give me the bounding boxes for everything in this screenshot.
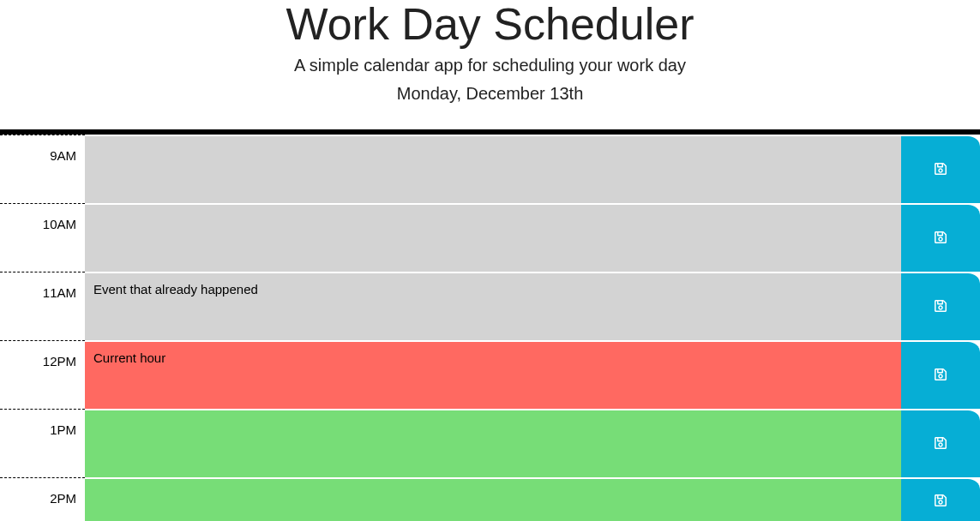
event-input[interactable] xyxy=(85,272,901,340)
page-title: Work Day Scheduler xyxy=(17,0,963,49)
time-block: 9AM xyxy=(0,135,980,203)
save-button[interactable] xyxy=(901,272,980,340)
save-icon xyxy=(934,299,947,315)
save-icon xyxy=(934,368,947,384)
event-input[interactable] xyxy=(85,203,901,272)
hour-label: 9AM xyxy=(0,135,85,203)
hour-label: 1PM xyxy=(0,409,85,477)
event-input[interactable] xyxy=(85,409,901,477)
event-input[interactable] xyxy=(85,477,901,521)
hour-label: 2PM xyxy=(0,477,85,521)
save-button[interactable] xyxy=(901,340,980,409)
current-date: Monday, December 13th xyxy=(17,84,963,104)
hour-label: 12PM xyxy=(0,340,85,409)
save-icon xyxy=(934,494,947,510)
hour-label: 11AM xyxy=(0,272,85,340)
hour-label: 10AM xyxy=(0,203,85,272)
time-block: 10AM xyxy=(0,203,980,272)
save-button[interactable] xyxy=(901,135,980,203)
time-block: 11AM xyxy=(0,272,980,340)
event-input[interactable] xyxy=(85,135,901,203)
save-icon xyxy=(934,162,947,178)
time-block: 1PM xyxy=(0,409,980,477)
save-icon xyxy=(934,436,947,452)
save-button[interactable] xyxy=(901,477,980,521)
save-icon xyxy=(934,231,947,247)
time-block: 2PM xyxy=(0,477,980,521)
save-button[interactable] xyxy=(901,203,980,272)
time-block: 12PM xyxy=(0,340,980,409)
event-input[interactable] xyxy=(85,340,901,409)
save-button[interactable] xyxy=(901,409,980,477)
page-subtitle: A simple calendar app for scheduling you… xyxy=(17,56,963,75)
schedule-container: 9AM10AM11AM12PM1PM2PM xyxy=(0,135,980,521)
